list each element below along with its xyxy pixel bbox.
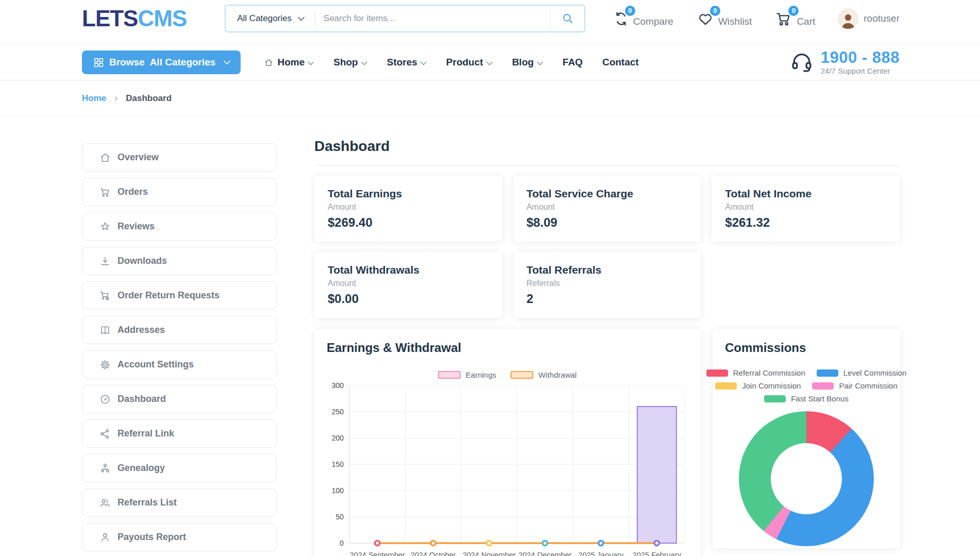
stat-sublabel: Amount: [328, 279, 489, 288]
legend-label: Join Commission: [742, 381, 801, 390]
nav-item-label: Blog: [512, 57, 534, 68]
compare-button[interactable]: 0 Compare: [613, 10, 673, 27]
sidebar-item-referrals-list[interactable]: Referrals List: [82, 488, 277, 517]
nav-item-stores[interactable]: Stores: [387, 57, 427, 68]
stat-title: Total Service Charge: [527, 188, 688, 200]
nav-item-home[interactable]: Home: [264, 57, 314, 68]
chevron-down-icon: [537, 61, 543, 65]
search-bar: All Categories: [225, 5, 585, 32]
main-navbar: Browse All Categories HomeShopStoresProd…: [0, 44, 980, 80]
sidebar-item-order-return-requests[interactable]: Order Return Requests: [82, 281, 277, 310]
star-icon: [99, 221, 111, 232]
donut-legend-row: Referral CommissionLevel Commission: [706, 368, 907, 377]
nav-item-label: FAQ: [563, 57, 583, 68]
chevron-down-icon: [361, 61, 367, 65]
sidebar-item-account-settings[interactable]: Account Settings: [82, 350, 277, 379]
chevron-down-icon: [420, 61, 427, 65]
stats-grid: Total EarningsAmount$269.40Total Service…: [314, 176, 900, 318]
cart-icon: 0: [774, 10, 793, 27]
commissions-donut-chart: [739, 411, 874, 546]
svg-text:50: 50: [335, 513, 344, 521]
brand-logo[interactable]: LETSCMS: [82, 6, 187, 31]
stat-title: Total Net Income: [725, 188, 886, 200]
stat-title: Total Referrals: [527, 264, 688, 276]
legend-item-pair-commission[interactable]: Pair Commission: [812, 381, 897, 390]
chart-legend: EarningsWithdrawal: [327, 370, 688, 379]
avatar: [838, 8, 858, 29]
legend-label: Referral Commission: [733, 368, 805, 377]
sidebar-item-addresses[interactable]: Addresses: [82, 316, 277, 344]
stat-card-total-net-income: Total Net IncomeAmount$261.32: [712, 176, 900, 242]
legend-item-referral-commission[interactable]: Referral Commission: [706, 368, 805, 377]
hierarchy-icon: [99, 463, 111, 474]
cart-icon: [99, 187, 111, 198]
download-icon: [99, 256, 111, 267]
stat-value: 2: [527, 292, 688, 306]
stat-card-total-withdrawals: Total WithdrawalsAmount$0.00: [314, 252, 502, 318]
chevron-down-icon: [298, 16, 305, 21]
nav-item-blog[interactable]: Blog: [512, 57, 543, 68]
sidebar-item-label: Order Return Requests: [117, 290, 219, 301]
svg-text:200: 200: [332, 434, 344, 442]
legend-item-earnings[interactable]: Earnings: [438, 370, 496, 379]
title-divider: [314, 165, 900, 165]
user-menu[interactable]: rootuser: [838, 8, 900, 29]
sidebar-item-referral-link[interactable]: Referral Link: [82, 419, 277, 448]
stat-card-total-earnings: Total EarningsAmount$269.40: [314, 176, 502, 242]
search-button[interactable]: [550, 6, 584, 31]
wishlist-count-badge: 0: [709, 5, 721, 17]
nav-item-product[interactable]: Product: [446, 57, 493, 68]
svg-text:100: 100: [332, 486, 344, 495]
legend-item-fast-start-bonus[interactable]: Fast Start Bonus: [764, 394, 849, 403]
nav-item-label: Home: [277, 57, 305, 68]
chevron-down-icon: [308, 61, 314, 65]
home-icon: [264, 58, 273, 67]
sidebar-item-dashboard[interactable]: Dashboard: [82, 385, 277, 413]
donut-wrap: [725, 411, 888, 546]
home-icon: [99, 152, 111, 163]
header-actions: 0 Compare 0 Wishlist 0 Cart: [613, 8, 900, 29]
users-icon: [99, 497, 111, 509]
support-center[interactable]: 1900 - 888 24/7 Support Center: [790, 49, 900, 75]
stat-sublabel: Amount: [328, 203, 489, 212]
sidebar-item-overview[interactable]: Overview: [82, 143, 277, 172]
cart-count-badge: 0: [787, 5, 800, 17]
legend-item-level-commission[interactable]: Level Commission: [817, 368, 907, 377]
site-header: LETSCMS All Categories 0 Compare: [0, 0, 980, 44]
support-caption: 24/7 Support Center: [821, 66, 900, 75]
sidebar-item-downloads[interactable]: Downloads: [82, 247, 277, 275]
legend-item-join-commission[interactable]: Join Commission: [715, 381, 801, 390]
sidebar-item-reviews[interactable]: Reviews: [82, 212, 277, 241]
nav-item-shop[interactable]: Shop: [333, 57, 367, 68]
sidebar-item-label: Referral Link: [117, 428, 174, 439]
nav-item-label: Shop: [333, 57, 358, 68]
stat-value: $0.00: [328, 292, 489, 306]
search-icon: [561, 12, 575, 25]
search-input[interactable]: [315, 13, 550, 24]
legend-swatch: [511, 371, 533, 379]
browse-categories-button[interactable]: Browse All Categories: [82, 50, 241, 74]
breadcrumb-home-link[interactable]: Home: [82, 93, 106, 104]
legend-label: Level Commission: [843, 368, 907, 377]
gear-icon: [99, 359, 111, 370]
svg-text:150: 150: [332, 460, 344, 468]
legend-label: Fast Start Bonus: [791, 394, 849, 403]
stat-title: Total Earnings: [328, 188, 489, 200]
sidebar-item-payouts-report[interactable]: Payouts Report: [82, 523, 277, 551]
legend-item-withdrawal[interactable]: Withdrawal: [511, 370, 577, 379]
breadcrumb-separator: ›: [114, 93, 117, 104]
wishlist-button[interactable]: 0 Wishlist: [696, 10, 752, 27]
donut-title: Commissions: [725, 341, 888, 355]
category-select-value: All Categories: [237, 13, 292, 24]
sidebar-item-label: Addresses: [117, 325, 165, 335]
brand-logo-part2: CMS: [138, 6, 187, 31]
support-phone: 1900 - 888: [821, 49, 900, 65]
category-select[interactable]: All Categories: [226, 13, 315, 24]
nav-item-faq[interactable]: FAQ: [563, 57, 583, 68]
sidebar-item-label: Account Settings: [117, 359, 194, 370]
sidebar-item-orders[interactable]: Orders: [82, 178, 277, 206]
sidebar-item-genealogy[interactable]: Genealogy: [82, 454, 277, 482]
nav-item-contact[interactable]: Contact: [602, 57, 639, 68]
cart-button[interactable]: 0 Cart: [774, 10, 815, 27]
cart-return-icon: [99, 290, 111, 301]
